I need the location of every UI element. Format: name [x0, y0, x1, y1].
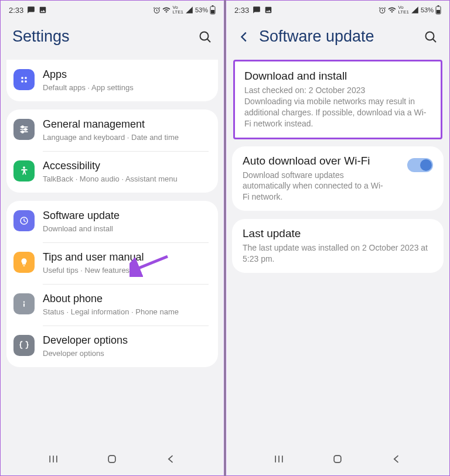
nav-recents[interactable]	[273, 453, 285, 465]
svg-rect-34	[335, 456, 342, 463]
svg-point-11	[22, 126, 23, 128]
battery-icon	[210, 5, 216, 15]
wifi-icon	[388, 6, 396, 14]
page-title: Settings	[12, 28, 190, 46]
download-install-highlighted: Download and install Last checked on: 2 …	[233, 60, 442, 139]
item-subtitle: Download software updates automatically …	[243, 170, 383, 203]
signal-icon	[185, 6, 193, 14]
svg-rect-2	[212, 5, 214, 6]
item-title: Accessibility	[43, 159, 209, 173]
item-title: Apps	[43, 68, 209, 81]
svg-rect-28	[437, 10, 440, 13]
phone-right: 2:33 VoLTE1 53% Software update Download…	[226, 0, 450, 476]
item-title: General management	[43, 118, 209, 131]
svg-line-5	[207, 39, 210, 42]
item-subtitle: Language and keyboard · Date and time	[43, 132, 209, 143]
nav-bar	[1, 445, 224, 475]
settings-item-about[interactable]: About phone Status · Legal information ·…	[6, 284, 218, 326]
settings-item-developer[interactable]: Developer options Developer options	[6, 326, 218, 367]
update-icon	[13, 210, 35, 231]
search-button[interactable]	[424, 30, 438, 44]
svg-point-6	[21, 77, 23, 79]
svg-point-9	[25, 80, 27, 83]
auto-download-item[interactable]: Auto download over Wi-Fi Download softwa…	[232, 146, 444, 211]
phone-left: 2:33 VoLTE1 53% Settings Apps	[0, 0, 224, 476]
item-subtitle: Default apps · App settings	[43, 83, 209, 93]
status-network-text: VoLTE1	[172, 5, 183, 15]
sliders-icon	[13, 119, 35, 140]
settings-item-software-update[interactable]: Software update Download and install	[6, 201, 218, 242]
status-bar: 2:33 VoLTE1 53%	[1, 1, 224, 17]
item-subtitle: Download and install	[43, 224, 209, 234]
item-title: About phone	[43, 292, 209, 306]
svg-rect-27	[438, 5, 439, 6]
svg-rect-24	[109, 456, 116, 463]
svg-point-13	[25, 128, 26, 130]
nav-back[interactable]	[391, 453, 403, 465]
page-title: Software update	[259, 28, 415, 46]
settings-group: Apps Default apps · App settings	[6, 60, 218, 101]
software-update-content: Download and install Last checked on: 2 …	[226, 60, 449, 445]
settings-item-tips[interactable]: Tips and user manual Useful tips · New f…	[6, 242, 218, 284]
chat-icon	[253, 6, 261, 14]
back-button[interactable]	[238, 30, 251, 43]
search-button[interactable]	[198, 30, 212, 44]
info-icon	[13, 293, 35, 314]
status-battery: 53%	[421, 6, 434, 13]
item-subtitle: The last update was installed on 2 Octob…	[243, 242, 433, 265]
item-subtitle: TalkBack · Mono audio · Assistant menu	[43, 174, 209, 184]
auto-download-toggle[interactable]	[407, 158, 433, 172]
battery-icon	[435, 5, 441, 15]
nav-home[interactable]	[106, 453, 118, 465]
chat-icon	[27, 6, 35, 14]
svg-point-19	[23, 301, 25, 303]
item-subtitle-line2: Downloading via mobile networks may resu…	[244, 96, 431, 129]
settings-item-general[interactable]: General management Language and keyboard…	[6, 109, 218, 151]
status-time: 2:33	[9, 6, 23, 15]
wifi-icon	[162, 6, 171, 14]
download-install-item[interactable]: Download and install Last checked on: 2 …	[235, 61, 441, 138]
nav-home[interactable]	[332, 453, 343, 465]
signal-icon	[411, 6, 419, 14]
svg-point-8	[21, 80, 23, 83]
item-subtitle-line1: Last checked on: 2 October 2023	[244, 85, 431, 96]
item-title: Software update	[43, 209, 209, 222]
settings-group: General management Language and keyboard…	[6, 109, 218, 193]
settings-item-apps[interactable]: Apps Default apps · App settings	[6, 60, 218, 101]
svg-rect-3	[211, 10, 214, 13]
image-icon	[39, 6, 47, 14]
item-subtitle: Status · Legal information · Phone name	[43, 307, 209, 317]
status-network-text: VoLTE1	[398, 5, 409, 15]
svg-point-16	[23, 166, 25, 169]
image-icon	[264, 6, 272, 14]
item-title: Developer options	[43, 334, 209, 347]
status-bar: 2:33 VoLTE1 53%	[226, 1, 449, 17]
last-update-item[interactable]: Last update The last update was installe…	[232, 219, 444, 273]
item-subtitle: Useful tips · New features	[43, 265, 209, 276]
svg-line-30	[433, 39, 436, 42]
item-title: Tips and user manual	[43, 251, 209, 264]
nav-back[interactable]	[165, 453, 177, 465]
item-subtitle: Developer options	[43, 348, 209, 359]
lightbulb-icon	[13, 252, 35, 273]
accessibility-icon	[13, 160, 35, 182]
status-time: 2:33	[234, 6, 249, 15]
svg-point-7	[25, 77, 27, 79]
braces-icon	[13, 335, 35, 356]
settings-group: Software update Download and install Tip…	[6, 201, 218, 367]
auto-download-card: Auto download over Wi-Fi Download softwa…	[232, 146, 444, 211]
item-title: Auto download over Wi-Fi	[243, 155, 400, 167]
item-title: Last update	[243, 227, 433, 240]
settings-item-accessibility[interactable]: Accessibility TalkBack · Mono audio · As…	[6, 151, 218, 193]
software-update-header: Software update	[226, 17, 449, 60]
alarm-icon	[379, 6, 386, 14]
svg-rect-20	[23, 303, 25, 307]
apps-icon	[13, 69, 35, 90]
status-battery: 53%	[195, 6, 208, 13]
nav-bar	[226, 445, 449, 475]
nav-recents[interactable]	[47, 453, 59, 465]
last-update-card: Last update The last update was installe…	[232, 219, 444, 273]
settings-header: Settings	[1, 17, 224, 60]
svg-point-29	[426, 32, 434, 40]
svg-point-15	[22, 131, 23, 132]
